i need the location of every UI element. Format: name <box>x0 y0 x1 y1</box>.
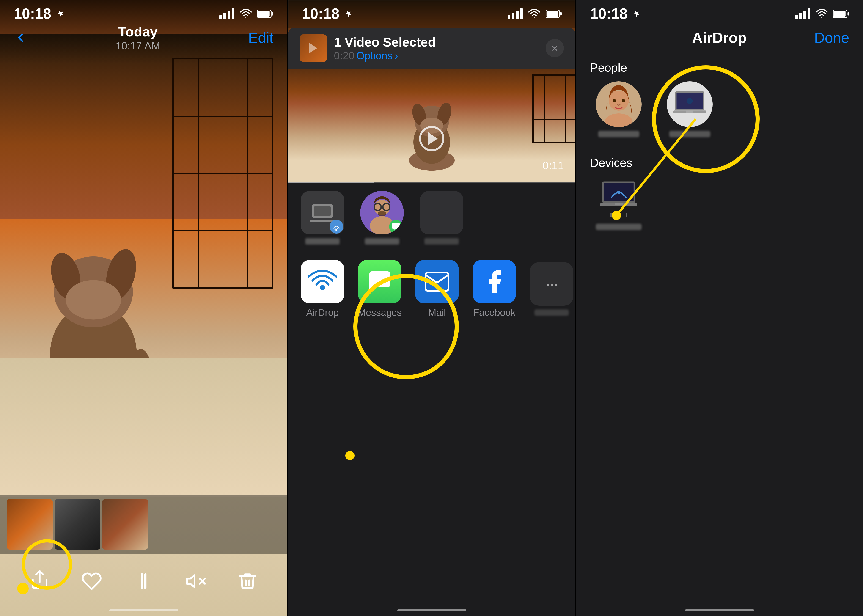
messages-label: Messages <box>358 307 402 318</box>
airdrop-label: AirDrop <box>306 307 339 318</box>
person-1[interactable] <box>590 81 648 137</box>
like-button[interactable] <box>81 571 102 592</box>
mute-button[interactable] <box>185 571 206 592</box>
battery-icon-p3 <box>833 9 849 18</box>
panel-airdrop: 10:18 AirDrop Done People <box>576 0 863 616</box>
svg-rect-18 <box>560 12 562 16</box>
video-time: 0:11 <box>542 159 564 172</box>
app-laptop-person[interactable] <box>297 191 347 245</box>
done-button[interactable]: Done <box>814 29 849 46</box>
status-time: 10:18 <box>14 5 66 22</box>
status-time-p3: 10:18 <box>590 5 642 22</box>
share-subtitle: 0:20 Options › <box>334 49 539 62</box>
video-preview: 0:11 <box>288 69 575 183</box>
home-indicator-p2 <box>397 609 466 611</box>
nav-title: Today 10:17 AM <box>115 24 160 52</box>
battery-icon-p2 <box>545 9 562 18</box>
app-item-facebook[interactable]: Facebook <box>469 260 519 318</box>
status-bar-p3: 10:18 <box>576 0 863 27</box>
svg-point-28 <box>336 229 337 231</box>
device-annotation-dot <box>612 211 621 220</box>
app-item-mail[interactable]: Mail <box>412 260 462 318</box>
signal-strength <box>219 8 234 19</box>
status-right <box>219 8 274 20</box>
svg-point-55 <box>687 98 693 104</box>
svg-rect-9 <box>258 11 270 17</box>
people-row <box>590 81 718 137</box>
play-button[interactable] <box>419 126 444 151</box>
svg-point-49 <box>613 99 616 102</box>
panel-photos-viewer: 10:18 Toda <box>0 0 287 616</box>
pause-button[interactable] <box>134 571 154 592</box>
facebook-label: Facebook <box>473 307 516 318</box>
svg-rect-44 <box>834 11 846 17</box>
more-label <box>534 310 569 316</box>
svg-point-50 <box>622 99 625 102</box>
top-nav: Today 10:17 AM Edit <box>0 23 287 53</box>
device-laptop[interactable] <box>590 176 648 230</box>
svg-point-32 <box>378 211 386 216</box>
delete-button[interactable] <box>237 571 258 592</box>
wifi-icon-p3 <box>816 8 828 20</box>
share-button-annotation-circle <box>22 539 72 590</box>
close-button[interactable]: × <box>545 39 564 57</box>
person-laptop[interactable] <box>661 81 718 137</box>
svg-point-36 <box>320 285 325 290</box>
share-title: 1 Video Selected <box>334 35 539 49</box>
people-section-label: People <box>590 61 627 74</box>
status-right-p3 <box>795 8 849 20</box>
svg-point-47 <box>608 91 629 111</box>
svg-rect-27 <box>314 206 331 216</box>
svg-marker-13 <box>187 575 195 587</box>
panel-share-sheet: 10:18 <box>288 0 575 616</box>
app-item-messages[interactable]: Messages <box>355 260 405 318</box>
svg-rect-59 <box>615 203 623 205</box>
svg-rect-54 <box>686 110 693 113</box>
svg-rect-17 <box>546 11 558 17</box>
thumbnail-2[interactable] <box>55 499 101 550</box>
app-item-more[interactable]: ··· <box>527 262 575 316</box>
svg-rect-10 <box>272 12 274 16</box>
contacts-row <box>288 183 575 252</box>
status-bar-p2: 10:18 <box>288 0 575 27</box>
app-gray[interactable] <box>417 191 467 245</box>
svg-marker-19 <box>310 43 318 53</box>
app-contact[interactable] <box>357 191 407 245</box>
app-label-blurred-3 <box>424 238 459 245</box>
devices-row <box>590 176 648 230</box>
wifi-icon <box>240 8 252 20</box>
svg-point-5 <box>66 280 121 319</box>
share-info: 1 Video Selected 0:20 Options › <box>334 35 539 62</box>
status-time-p2: 10:18 <box>302 5 354 22</box>
battery-icon <box>257 9 274 18</box>
person-name-blurred <box>598 131 639 137</box>
annotation-dot-start <box>17 583 29 594</box>
app-label-blurred-1 <box>305 238 340 245</box>
svg-rect-45 <box>848 12 849 16</box>
options-button[interactable]: Options <box>356 49 393 62</box>
share-header: 1 Video Selected 0:20 Options › × <box>288 27 575 69</box>
share-video-thumb <box>300 35 327 62</box>
mail-label: Mail <box>428 307 446 318</box>
app-item-airdrop[interactable]: AirDrop <box>297 260 347 318</box>
airdrop-title: AirDrop <box>692 29 747 46</box>
edit-button[interactable]: Edit <box>248 29 274 46</box>
share-sheet-container: 1 Video Selected 0:20 Options › × <box>288 27 575 616</box>
home-indicator <box>109 609 178 611</box>
apps-row-2: AirDrop Messages Mail <box>288 252 575 325</box>
person-laptop-name-blurred <box>669 131 711 137</box>
device-name-blurred <box>596 224 641 230</box>
status-right-p2 <box>508 8 562 20</box>
home-indicator-p3 <box>685 609 754 611</box>
thumbnail-3[interactable] <box>102 499 148 550</box>
app-label-blurred-2 <box>365 238 399 245</box>
back-button[interactable] <box>14 31 27 45</box>
wifi-icon-p2 <box>528 8 540 20</box>
devices-section-label: Devices <box>590 156 632 170</box>
